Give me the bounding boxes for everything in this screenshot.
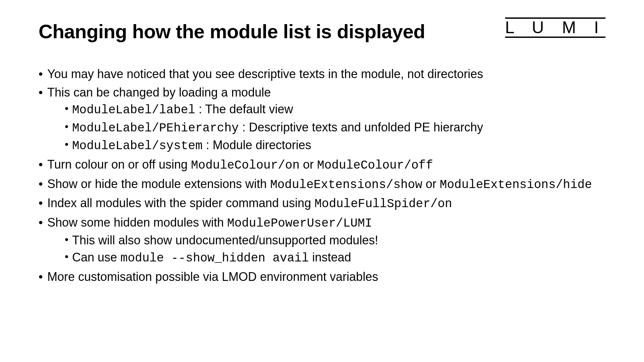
code-text: module --show_hidden avail: [120, 251, 309, 265]
slide: Changing how the module list is displaye…: [0, 0, 644, 362]
sub-bullet-list: This will also show undocumented/unsuppo…: [47, 232, 605, 266]
bullet-item: Show or hide the module extensions with …: [39, 176, 605, 193]
sub-bullet-item: ModuleLabel/PEhierarchy : Descriptive te…: [65, 119, 605, 137]
bullet-item: Index all modules with the spider comman…: [39, 195, 605, 213]
code-text: ModuleExtensions/show: [270, 178, 422, 192]
bullet-list: You may have noticed that you see descri…: [39, 66, 605, 285]
bullet-text: Show some hidden modules with: [47, 216, 227, 229]
bullet-item: More customisation possible via LMOD env…: [39, 269, 605, 285]
code-text: ModuleFullSpider/on: [314, 197, 452, 211]
code-text: ModulePowerUser/LUMI: [227, 217, 372, 230]
code-text: ModuleLabel/label: [72, 103, 195, 117]
bullet-text: or: [300, 158, 317, 171]
bullet-text: More customisation possible via LMOD env…: [47, 270, 378, 284]
bullet-text: This will also show undocumented/unsuppo…: [72, 233, 378, 247]
bullet-text: Can use: [72, 250, 120, 264]
code-text: ModuleLabel/PEhierarchy: [72, 121, 239, 135]
bullet-item: Show some hidden modules with ModulePowe…: [39, 215, 605, 267]
sub-bullet-list: ModuleLabel/label : The default view Mod…: [47, 101, 605, 155]
lumi-logo: L U M I: [505, 17, 605, 38]
sub-bullet-item: ModuleLabel/system : Module directories: [65, 137, 605, 155]
bullet-text: This can be changed by loading a module: [47, 85, 271, 99]
slide-title: Changing how the module list is displaye…: [39, 20, 425, 43]
bullet-text: Index all modules with the spider comman…: [47, 196, 314, 210]
sub-bullet-item: ModuleLabel/label : The default view: [65, 101, 605, 119]
bullet-text: Show or hide the module extensions with: [47, 177, 270, 191]
bullet-item: You may have noticed that you see descri…: [39, 66, 605, 82]
bullet-text: Turn colour on or off using: [47, 158, 191, 171]
sub-bullet-item: Can use module --show_hidden avail inste…: [65, 249, 605, 267]
bullet-text: You may have noticed that you see descri…: [47, 67, 483, 81]
bullet-text: or: [422, 177, 440, 191]
code-text: ModuleLabel/system: [72, 139, 203, 153]
bullet-item: Turn colour on or off using ModuleColour…: [39, 157, 605, 174]
bullet-item: This can be changed by loading a module …: [39, 84, 605, 155]
sub-bullet-item: This will also show undocumented/unsuppo…: [65, 232, 605, 249]
bullet-text: instead: [309, 250, 351, 264]
code-text: ModuleColour/off: [317, 159, 433, 172]
code-text: ModuleExtensions/hide: [440, 178, 592, 192]
bullet-text: : The default view: [195, 102, 293, 116]
slide-body: You may have noticed that you see descri…: [39, 66, 605, 285]
code-text: ModuleColour/on: [191, 159, 300, 172]
bullet-text: : Module directories: [203, 138, 311, 152]
bullet-text: : Descriptive texts and unfolded PE hier…: [239, 120, 483, 134]
slide-header: Changing how the module list is displaye…: [39, 17, 605, 43]
